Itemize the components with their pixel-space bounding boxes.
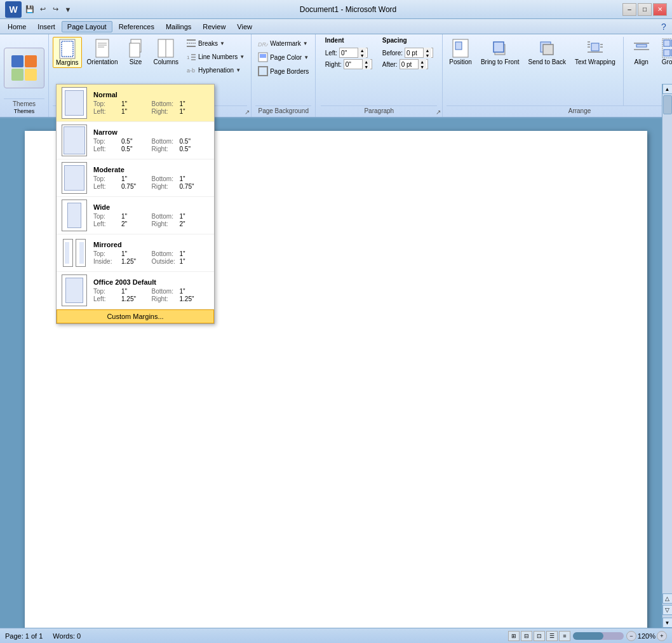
send-back-icon	[537, 38, 557, 58]
bring-front-button[interactable]: Bring to Front	[478, 37, 522, 67]
scroll-page-up[interactable]: △	[662, 593, 673, 604]
view-draft-btn[interactable]: ≡	[559, 631, 570, 641]
paragraph-dialog-launcher[interactable]: ↗	[436, 109, 441, 116]
status-right: ⊞ ⊟ ⊡ ☰ ≡ − 120% +	[508, 631, 667, 641]
zoom-slider[interactable]	[573, 632, 624, 640]
spacing-before-down[interactable]: ▼	[424, 53, 431, 58]
orientation-button[interactable]: Orientation	[84, 37, 121, 67]
svg-rect-27	[543, 44, 553, 55]
breaks-button[interactable]: Breaks ▼	[184, 37, 247, 50]
maximize-button[interactable]: □	[638, 3, 652, 16]
close-button[interactable]: ✕	[653, 3, 667, 16]
spacing-before-row: Before: 0 pt ▲ ▼	[382, 48, 433, 58]
scroll-down-button[interactable]: ▼	[662, 618, 673, 628]
indent-left-input[interactable]: 0" ▲ ▼	[339, 48, 368, 58]
scroll-up-button[interactable]: ▲	[662, 84, 673, 94]
zoom-in-button[interactable]: +	[657, 631, 667, 641]
position-button[interactable]: Position	[447, 37, 474, 67]
spacing-after-up[interactable]: ▲	[419, 59, 426, 64]
menu-view[interactable]: View	[232, 22, 257, 32]
margin-item-normal[interactable]: Normal Top:1" Bottom:1" Left:1" Right:1"	[57, 85, 214, 122]
minimize-button[interactable]: –	[622, 3, 636, 16]
scroll-thumb[interactable]	[663, 95, 672, 114]
title-bar: W 💾 ↩ ↪ ▼ Document1 - Microsoft Word – □…	[0, 0, 672, 19]
margins-label: Margins	[56, 59, 79, 66]
redo-button[interactable]: ↪	[50, 4, 61, 15]
watermark-button[interactable]: DRAFT Watermark ▼	[255, 37, 310, 50]
view-fullscreen-btn[interactable]: ⊟	[521, 631, 532, 641]
menu-bar: Home Insert Page Layout References Maili…	[0, 19, 672, 34]
zoom-out-button[interactable]: −	[626, 631, 636, 641]
menu-references[interactable]: References	[114, 22, 159, 32]
menu-page-layout[interactable]: Page Layout	[62, 21, 112, 32]
page-setup-small-buttons: Breaks ▼ 1 Line Numbers ▼ a-b Hyphenatio…	[184, 37, 247, 76]
indent-right-down[interactable]: ▼	[363, 64, 370, 69]
window-controls: – □ ✕	[622, 3, 667, 16]
indent-right-input[interactable]: 0" ▲ ▼	[344, 59, 372, 69]
custom-margins-button[interactable]: Custom Margins...	[57, 309, 214, 323]
breaks-dropdown-arrow: ▼	[220, 41, 225, 46]
margin-info-normal: Normal Top:1" Bottom:1" Left:1" Right:1"	[93, 91, 209, 115]
margin-item-moderate[interactable]: Moderate Top:1" Bottom:1" Left:0.75" Rig…	[57, 159, 214, 197]
menu-home[interactable]: Home	[3, 22, 31, 32]
hyphenation-button[interactable]: a-b Hyphenation ▼	[184, 64, 247, 76]
svg-text:1: 1	[187, 55, 190, 60]
margin-preview-office2003	[62, 274, 87, 306]
svg-rect-28	[591, 43, 599, 51]
hyphenation-dropdown-arrow: ▼	[236, 67, 241, 73]
margin-item-mirrored[interactable]: Mirrored Top:1" Bottom:1" Inside:1.25" O…	[57, 234, 214, 272]
spacing-after-down[interactable]: ▼	[419, 64, 426, 69]
page-borders-button[interactable]: Page Borders	[255, 65, 311, 78]
send-back-button[interactable]: Send to Back	[525, 37, 568, 67]
page-status: Page: 1 of 1	[5, 632, 43, 640]
menu-review[interactable]: Review	[198, 22, 231, 32]
undo-button[interactable]: ↩	[37, 4, 48, 15]
margin-name-moderate: Moderate	[93, 166, 209, 173]
save-button[interactable]: 💾	[24, 4, 36, 15]
arrange-group: Position Bring to Front	[443, 34, 672, 117]
view-outline-btn[interactable]: ☰	[546, 631, 558, 641]
orientation-label: Orientation	[87, 58, 118, 65]
quick-access-more[interactable]: ▼	[62, 4, 74, 15]
margin-info-wide: Wide Top:1" Bottom:1" Left:2" Right:2"	[93, 203, 209, 227]
spacing-after-input[interactable]: 0 pt ▲ ▼	[400, 59, 428, 69]
group-button[interactable]: Group	[658, 37, 672, 67]
line-numbers-button[interactable]: 1 Line Numbers ▼	[184, 50, 247, 63]
indent-left-row: Left: 0" ▲ ▼	[325, 48, 372, 58]
svg-rect-12	[187, 46, 196, 47]
themes-sublabel: Themes	[14, 108, 35, 114]
columns-button[interactable]: Columns	[151, 37, 181, 67]
ribbon-help-icon[interactable]: ?	[658, 21, 669, 32]
word-logo: W	[5, 1, 22, 18]
view-web-btn[interactable]: ⊡	[534, 631, 545, 641]
indent-left-down[interactable]: ▼	[358, 53, 366, 58]
view-print-btn[interactable]: ⊞	[508, 631, 520, 641]
margin-item-office2003[interactable]: Office 2003 Default Top:1" Bottom:1" Lef…	[57, 272, 214, 309]
margin-item-wide[interactable]: Wide Top:1" Bottom:1" Left:2" Right:2"	[57, 197, 214, 234]
view-buttons: ⊞ ⊟ ⊡ ☰ ≡	[508, 631, 570, 641]
margin-name-wide: Wide	[93, 203, 209, 211]
margin-name-mirrored: Mirrored	[93, 241, 209, 248]
margins-button[interactable]: Margins	[53, 37, 82, 68]
indent-left-up[interactable]: ▲	[358, 48, 366, 53]
menu-insert[interactable]: Insert	[32, 22, 60, 32]
scroll-page-down[interactable]: ▽	[662, 605, 673, 615]
page-setup-dialog-launcher[interactable]: ↗	[245, 109, 250, 116]
spacing-after-label: After:	[382, 61, 398, 68]
themes-button[interactable]	[4, 48, 44, 88]
align-button[interactable]: Align	[629, 37, 654, 67]
margin-item-narrow[interactable]: Narrow Top:0.5" Bottom:0.5" Left:0.5" Ri…	[57, 122, 214, 159]
align-icon	[631, 38, 652, 58]
spacing-before-input[interactable]: 0 pt ▲ ▼	[405, 48, 433, 58]
margin-details-moderate: Top:1" Bottom:1" Left:0.75" Right:0.75"	[93, 175, 209, 190]
spacing-before-up[interactable]: ▲	[424, 48, 431, 53]
text-wrapping-button[interactable]: Text Wrapping	[572, 37, 618, 67]
page-color-button[interactable]: Page Color ▼	[255, 51, 311, 64]
indent-right-up[interactable]: ▲	[363, 59, 370, 64]
indent-label: Indent	[325, 37, 372, 44]
bring-front-icon	[490, 38, 510, 58]
margin-preview-wide	[62, 200, 87, 231]
size-button[interactable]: Size	[123, 37, 149, 67]
menu-mailings[interactable]: Mailings	[161, 22, 196, 32]
margin-info-moderate: Moderate Top:1" Bottom:1" Left:0.75" Rig…	[93, 166, 209, 190]
